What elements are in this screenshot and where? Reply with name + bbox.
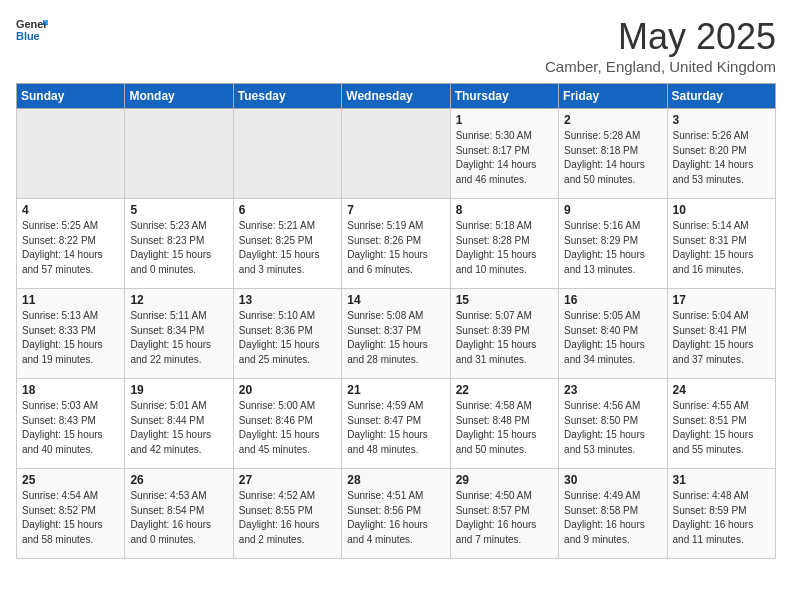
calendar-day-cell <box>125 109 233 199</box>
day-number: 3 <box>673 113 770 127</box>
day-number: 8 <box>456 203 553 217</box>
day-info: Sunrise: 5:14 AM Sunset: 8:31 PM Dayligh… <box>673 219 770 277</box>
day-info: Sunrise: 5:28 AM Sunset: 8:18 PM Dayligh… <box>564 129 661 187</box>
day-number: 14 <box>347 293 444 307</box>
calendar-day-cell: 25Sunrise: 4:54 AM Sunset: 8:52 PM Dayli… <box>17 469 125 559</box>
day-number: 21 <box>347 383 444 397</box>
day-info: Sunrise: 5:00 AM Sunset: 8:46 PM Dayligh… <box>239 399 336 457</box>
day-number: 20 <box>239 383 336 397</box>
calendar-day-cell: 20Sunrise: 5:00 AM Sunset: 8:46 PM Dayli… <box>233 379 341 469</box>
day-number: 13 <box>239 293 336 307</box>
day-info: Sunrise: 5:04 AM Sunset: 8:41 PM Dayligh… <box>673 309 770 367</box>
day-info: Sunrise: 5:01 AM Sunset: 8:44 PM Dayligh… <box>130 399 227 457</box>
calendar-week-row: 18Sunrise: 5:03 AM Sunset: 8:43 PM Dayli… <box>17 379 776 469</box>
calendar-day-cell <box>17 109 125 199</box>
day-number: 28 <box>347 473 444 487</box>
calendar-day-cell: 4Sunrise: 5:25 AM Sunset: 8:22 PM Daylig… <box>17 199 125 289</box>
calendar-day-cell: 7Sunrise: 5:19 AM Sunset: 8:26 PM Daylig… <box>342 199 450 289</box>
calendar-day-cell: 16Sunrise: 5:05 AM Sunset: 8:40 PM Dayli… <box>559 289 667 379</box>
calendar-day-cell: 3Sunrise: 5:26 AM Sunset: 8:20 PM Daylig… <box>667 109 775 199</box>
calendar-day-cell: 28Sunrise: 4:51 AM Sunset: 8:56 PM Dayli… <box>342 469 450 559</box>
calendar-week-row: 11Sunrise: 5:13 AM Sunset: 8:33 PM Dayli… <box>17 289 776 379</box>
day-number: 23 <box>564 383 661 397</box>
calendar-day-cell: 12Sunrise: 5:11 AM Sunset: 8:34 PM Dayli… <box>125 289 233 379</box>
day-info: Sunrise: 4:54 AM Sunset: 8:52 PM Dayligh… <box>22 489 119 547</box>
calendar-header-row: SundayMondayTuesdayWednesdayThursdayFrid… <box>17 84 776 109</box>
calendar-day-cell: 13Sunrise: 5:10 AM Sunset: 8:36 PM Dayli… <box>233 289 341 379</box>
day-info: Sunrise: 4:55 AM Sunset: 8:51 PM Dayligh… <box>673 399 770 457</box>
day-number: 12 <box>130 293 227 307</box>
day-info: Sunrise: 4:58 AM Sunset: 8:48 PM Dayligh… <box>456 399 553 457</box>
calendar-weekday-header: Tuesday <box>233 84 341 109</box>
calendar-day-cell: 27Sunrise: 4:52 AM Sunset: 8:55 PM Dayli… <box>233 469 341 559</box>
day-number: 18 <box>22 383 119 397</box>
calendar-day-cell: 1Sunrise: 5:30 AM Sunset: 8:17 PM Daylig… <box>450 109 558 199</box>
day-info: Sunrise: 5:13 AM Sunset: 8:33 PM Dayligh… <box>22 309 119 367</box>
day-number: 2 <box>564 113 661 127</box>
day-number: 15 <box>456 293 553 307</box>
day-info: Sunrise: 4:53 AM Sunset: 8:54 PM Dayligh… <box>130 489 227 547</box>
day-number: 4 <box>22 203 119 217</box>
day-number: 22 <box>456 383 553 397</box>
day-info: Sunrise: 5:21 AM Sunset: 8:25 PM Dayligh… <box>239 219 336 277</box>
calendar-day-cell <box>233 109 341 199</box>
day-number: 19 <box>130 383 227 397</box>
day-info: Sunrise: 5:11 AM Sunset: 8:34 PM Dayligh… <box>130 309 227 367</box>
day-number: 1 <box>456 113 553 127</box>
calendar-title: May 2025 <box>545 16 776 58</box>
calendar-weekday-header: Saturday <box>667 84 775 109</box>
calendar-table: SundayMondayTuesdayWednesdayThursdayFrid… <box>16 83 776 559</box>
svg-text:Blue: Blue <box>16 30 40 42</box>
calendar-weekday-header: Thursday <box>450 84 558 109</box>
calendar-week-row: 25Sunrise: 4:54 AM Sunset: 8:52 PM Dayli… <box>17 469 776 559</box>
calendar-week-row: 4Sunrise: 5:25 AM Sunset: 8:22 PM Daylig… <box>17 199 776 289</box>
day-number: 25 <box>22 473 119 487</box>
calendar-weekday-header: Friday <box>559 84 667 109</box>
calendar-day-cell: 2Sunrise: 5:28 AM Sunset: 8:18 PM Daylig… <box>559 109 667 199</box>
calendar-subtitle: Camber, England, United Kingdom <box>545 58 776 75</box>
calendar-day-cell: 21Sunrise: 4:59 AM Sunset: 8:47 PM Dayli… <box>342 379 450 469</box>
calendar-day-cell: 29Sunrise: 4:50 AM Sunset: 8:57 PM Dayli… <box>450 469 558 559</box>
day-number: 9 <box>564 203 661 217</box>
day-info: Sunrise: 4:51 AM Sunset: 8:56 PM Dayligh… <box>347 489 444 547</box>
day-number: 16 <box>564 293 661 307</box>
calendar-day-cell: 10Sunrise: 5:14 AM Sunset: 8:31 PM Dayli… <box>667 199 775 289</box>
day-info: Sunrise: 5:08 AM Sunset: 8:37 PM Dayligh… <box>347 309 444 367</box>
calendar-day-cell: 18Sunrise: 5:03 AM Sunset: 8:43 PM Dayli… <box>17 379 125 469</box>
day-number: 17 <box>673 293 770 307</box>
day-info: Sunrise: 5:03 AM Sunset: 8:43 PM Dayligh… <box>22 399 119 457</box>
calendar-body: 1Sunrise: 5:30 AM Sunset: 8:17 PM Daylig… <box>17 109 776 559</box>
day-number: 29 <box>456 473 553 487</box>
day-number: 31 <box>673 473 770 487</box>
calendar-day-cell: 26Sunrise: 4:53 AM Sunset: 8:54 PM Dayli… <box>125 469 233 559</box>
day-info: Sunrise: 4:56 AM Sunset: 8:50 PM Dayligh… <box>564 399 661 457</box>
calendar-day-cell: 15Sunrise: 5:07 AM Sunset: 8:39 PM Dayli… <box>450 289 558 379</box>
day-number: 6 <box>239 203 336 217</box>
calendar-day-cell: 19Sunrise: 5:01 AM Sunset: 8:44 PM Dayli… <box>125 379 233 469</box>
day-number: 27 <box>239 473 336 487</box>
day-info: Sunrise: 5:19 AM Sunset: 8:26 PM Dayligh… <box>347 219 444 277</box>
calendar-day-cell: 14Sunrise: 5:08 AM Sunset: 8:37 PM Dayli… <box>342 289 450 379</box>
calendar-day-cell: 31Sunrise: 4:48 AM Sunset: 8:59 PM Dayli… <box>667 469 775 559</box>
title-block: May 2025 Camber, England, United Kingdom <box>545 16 776 75</box>
calendar-day-cell: 5Sunrise: 5:23 AM Sunset: 8:23 PM Daylig… <box>125 199 233 289</box>
calendar-weekday-header: Wednesday <box>342 84 450 109</box>
day-info: Sunrise: 4:49 AM Sunset: 8:58 PM Dayligh… <box>564 489 661 547</box>
calendar-day-cell: 30Sunrise: 4:49 AM Sunset: 8:58 PM Dayli… <box>559 469 667 559</box>
day-number: 24 <box>673 383 770 397</box>
logo-icon: General Blue <box>16 16 48 44</box>
page-header: General Blue May 2025 Camber, England, U… <box>16 16 776 75</box>
day-info: Sunrise: 4:50 AM Sunset: 8:57 PM Dayligh… <box>456 489 553 547</box>
logo: General Blue <box>16 16 48 44</box>
day-info: Sunrise: 5:10 AM Sunset: 8:36 PM Dayligh… <box>239 309 336 367</box>
day-number: 10 <box>673 203 770 217</box>
day-info: Sunrise: 5:30 AM Sunset: 8:17 PM Dayligh… <box>456 129 553 187</box>
calendar-day-cell: 11Sunrise: 5:13 AM Sunset: 8:33 PM Dayli… <box>17 289 125 379</box>
day-number: 11 <box>22 293 119 307</box>
day-number: 7 <box>347 203 444 217</box>
calendar-weekday-header: Monday <box>125 84 233 109</box>
day-number: 26 <box>130 473 227 487</box>
day-info: Sunrise: 4:59 AM Sunset: 8:47 PM Dayligh… <box>347 399 444 457</box>
calendar-day-cell: 22Sunrise: 4:58 AM Sunset: 8:48 PM Dayli… <box>450 379 558 469</box>
calendar-week-row: 1Sunrise: 5:30 AM Sunset: 8:17 PM Daylig… <box>17 109 776 199</box>
